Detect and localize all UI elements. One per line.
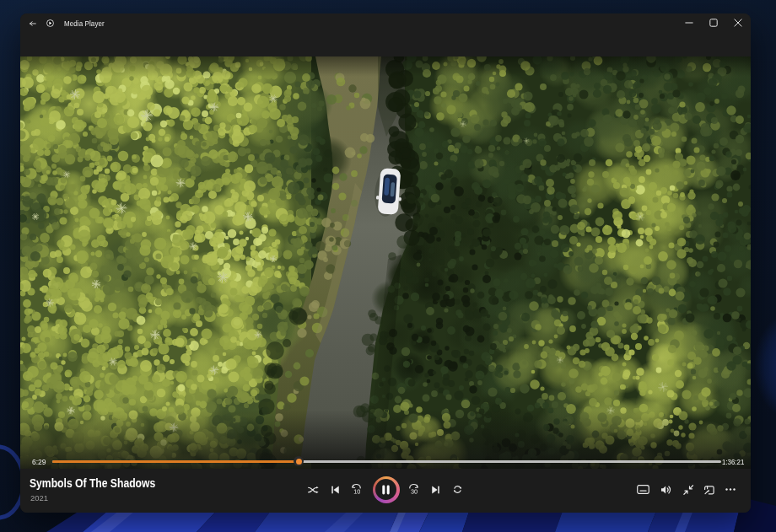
svg-text:30: 30	[410, 488, 417, 495]
svg-text:10: 10	[353, 488, 360, 495]
